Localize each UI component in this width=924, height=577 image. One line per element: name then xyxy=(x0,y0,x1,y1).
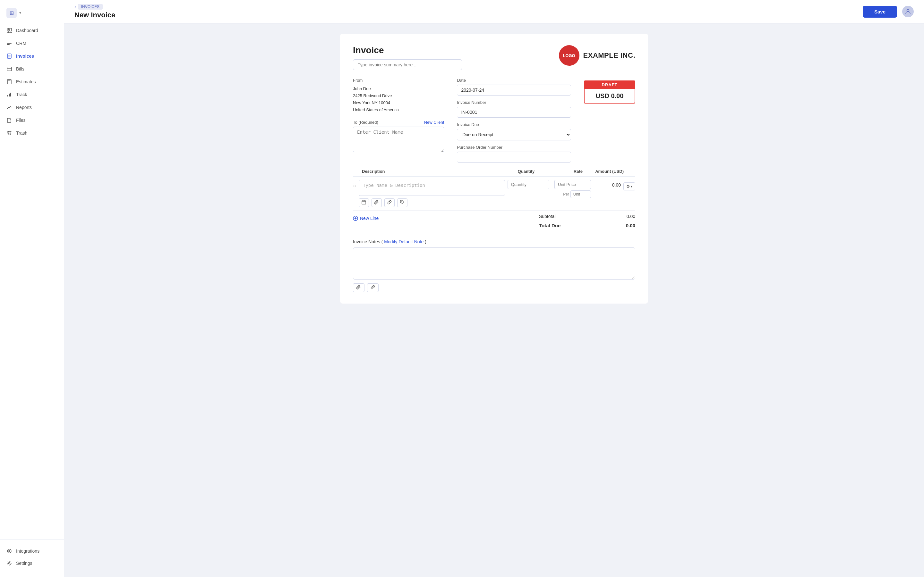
unit-price-input[interactable] xyxy=(554,180,591,189)
sidebar-item-label: Estimates xyxy=(16,79,36,84)
line-settings-button[interactable]: ⚙▾ xyxy=(624,182,635,190)
from-label: From xyxy=(353,78,444,83)
modify-default-note-link[interactable]: Modify Default Note xyxy=(384,239,423,244)
line-items-header: Description Quantity Rate Amount (USD) xyxy=(353,169,635,177)
sidebar-item-label: Integrations xyxy=(16,548,39,554)
svg-rect-3 xyxy=(10,32,11,33)
svg-rect-6 xyxy=(7,44,10,45)
sidebar-item-files[interactable]: Files xyxy=(0,114,64,126)
header-right: Save xyxy=(863,6,914,18)
svg-rect-5 xyxy=(7,43,11,44)
dashboard-icon xyxy=(6,27,12,33)
sidebar-item-label: Files xyxy=(16,118,26,123)
notes-tools xyxy=(353,284,635,292)
po-number-input[interactable] xyxy=(457,152,571,163)
notes-textarea[interactable] xyxy=(353,247,635,279)
bills-icon xyxy=(6,66,12,72)
from-country: United States of America xyxy=(353,106,444,113)
sidebar-item-dashboard[interactable]: Dashboard xyxy=(0,24,64,37)
sidebar-item-label: Settings xyxy=(16,561,32,566)
sidebar-item-crm[interactable]: CRM xyxy=(0,37,64,49)
client-name-input[interactable] xyxy=(353,127,444,152)
svg-point-26 xyxy=(401,201,402,202)
svg-rect-1 xyxy=(7,31,9,33)
date-field: Date xyxy=(457,78,571,95)
subtotal-row: Subtotal 0.00 xyxy=(539,212,635,221)
from-address2: New York NY 10004 xyxy=(353,99,444,106)
sidebar-item-reports[interactable]: Reports xyxy=(0,101,64,113)
unit-input[interactable] xyxy=(570,190,591,198)
invoice-title-section: Invoice xyxy=(353,45,462,70)
sidebar-item-estimates[interactable]: Estimates xyxy=(0,76,64,88)
to-header: To (Required) New Client xyxy=(353,120,444,125)
sidebar-nav: Dashboard CRM Invoices Bills Estimates xyxy=(0,24,64,537)
estimates-icon xyxy=(6,79,12,85)
logo-icon: LOGO xyxy=(559,45,580,66)
company-name: EXAMPLE INC. xyxy=(583,51,635,60)
quantity-input[interactable] xyxy=(507,180,549,189)
sidebar-bottom: Integrations Settings xyxy=(0,542,64,572)
breadcrumb-arrow-icon: ‹ xyxy=(74,4,76,9)
svg-rect-17 xyxy=(10,93,11,97)
tag-tool-button[interactable] xyxy=(397,198,407,207)
per-unit-row: Per xyxy=(563,190,591,198)
subtotal-value: 0.00 xyxy=(610,214,635,219)
billing-form: From John Doe 2425 Redwood Drive New Yor… xyxy=(353,78,635,163)
total-due-row: Total Due 0.00 xyxy=(539,221,635,230)
sidebar-item-bills[interactable]: Bills xyxy=(0,63,64,75)
sidebar-item-label: Track xyxy=(16,92,27,97)
svg-rect-4 xyxy=(7,42,11,42)
link-tool-button[interactable] xyxy=(384,198,395,207)
to-label: To (Required) xyxy=(353,120,378,125)
subtotal-label: Subtotal xyxy=(539,214,556,219)
notes-label: Invoice Notes ( Modify Default Note ) xyxy=(353,239,635,244)
attachment-tool-button[interactable] xyxy=(372,198,382,207)
svg-rect-16 xyxy=(9,93,10,97)
crm-icon xyxy=(6,40,12,46)
sidebar-item-integrations[interactable]: Integrations xyxy=(0,545,64,557)
breadcrumb-link[interactable]: INVOICES xyxy=(78,4,103,10)
drag-handle-icon[interactable]: ⠿ xyxy=(353,180,356,188)
new-client-link[interactable]: New Client xyxy=(424,120,444,125)
from-address1: 2425 Redwood Drive xyxy=(353,92,444,99)
breadcrumb: ‹ INVOICES xyxy=(74,4,115,10)
files-icon xyxy=(6,117,12,123)
description-input[interactable] xyxy=(359,180,505,196)
calendar-tool-button[interactable] xyxy=(359,198,369,207)
notes-link-button[interactable] xyxy=(367,284,379,292)
line-amount-col: 0.00 ⚙▾ xyxy=(594,180,635,190)
sidebar-item-settings[interactable]: Settings xyxy=(0,557,64,569)
track-icon xyxy=(6,92,12,97)
sidebar-item-trash[interactable]: Trash xyxy=(0,127,64,139)
sidebar-item-label: Invoices xyxy=(16,53,34,59)
notes-attachment-button[interactable] xyxy=(353,284,365,292)
new-line-button[interactable]: New Line xyxy=(353,212,379,225)
notes-section: Invoice Notes ( Modify Default Note ) xyxy=(353,239,635,292)
reports-icon xyxy=(6,105,12,110)
header-left: ‹ INVOICES New Invoice xyxy=(74,4,115,19)
invoice-number-input[interactable] xyxy=(457,107,571,118)
svg-rect-2 xyxy=(10,28,11,31)
svg-rect-22 xyxy=(362,201,366,204)
new-line-label: New Line xyxy=(360,216,379,221)
main-content: Invoice LOGO EXAMPLE INC. From xyxy=(64,23,924,577)
invoice-summary-input[interactable] xyxy=(353,59,462,70)
sidebar-item-invoices[interactable]: Invoices xyxy=(0,50,64,62)
total-due-value: 0.00 xyxy=(610,223,635,228)
desc-header: Description xyxy=(353,169,506,174)
invoices-icon xyxy=(6,53,12,59)
main-area: ‹ INVOICES New Invoice Save Invoice xyxy=(64,0,924,577)
date-input[interactable] xyxy=(457,85,571,95)
svg-rect-11 xyxy=(7,67,11,71)
page-title: New Invoice xyxy=(74,11,115,19)
po-number-field: Purchase Order Number xyxy=(457,145,571,163)
integrations-icon xyxy=(6,548,12,554)
sidebar-logo[interactable]: ⊞ ▾ xyxy=(0,5,64,24)
invoice-due-select[interactable]: Due on Receipt Net 15 Net 30 Net 60 Cust… xyxy=(457,129,571,140)
to-section: To (Required) New Client xyxy=(353,120,444,152)
notes-heading: Invoice Notes xyxy=(353,239,380,244)
save-button[interactable]: Save xyxy=(863,6,897,18)
description-tools xyxy=(359,198,505,207)
sidebar-item-track[interactable]: Track xyxy=(0,89,64,101)
billing-right: Date Invoice Number Invoice Due Due on R… xyxy=(457,78,571,163)
